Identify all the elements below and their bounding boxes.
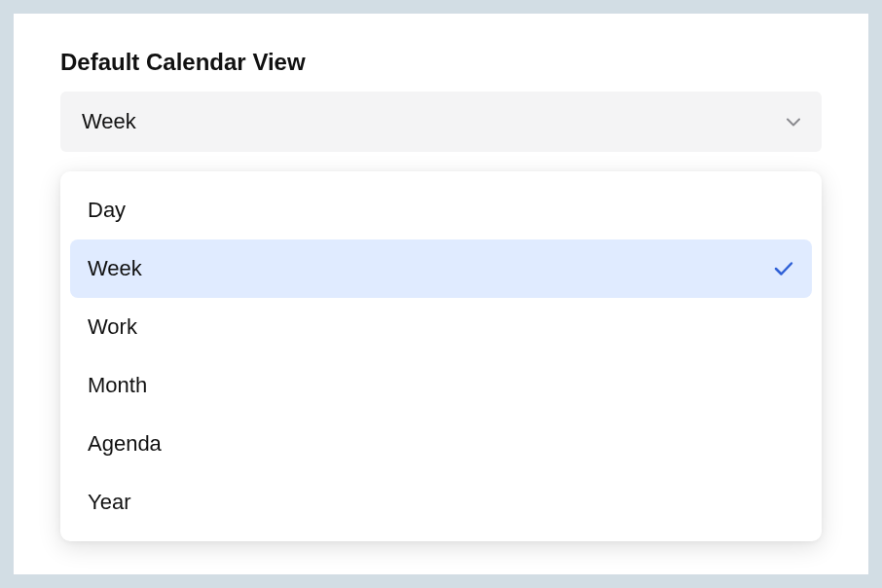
option-day[interactable]: Day — [70, 181, 812, 239]
option-label: Work — [88, 314, 137, 340]
option-label: Week — [88, 256, 142, 281]
option-week[interactable]: Week — [70, 239, 812, 298]
calendar-view-dropdown: Day Week Work Month Agenda — [60, 171, 822, 541]
chevron-down-icon — [787, 115, 800, 129]
option-label: Year — [88, 490, 130, 515]
option-agenda[interactable]: Agenda — [70, 415, 812, 473]
calendar-view-select[interactable]: Week — [60, 92, 822, 152]
select-current-value: Week — [82, 109, 136, 134]
option-label: Day — [88, 198, 126, 223]
field-label-default-calendar-view: Default Calendar View — [60, 49, 822, 76]
settings-panel: Default Calendar View Week Day Week Work — [14, 14, 868, 574]
check-icon — [773, 258, 794, 279]
option-month[interactable]: Month — [70, 356, 812, 415]
option-label: Month — [88, 373, 147, 398]
option-work[interactable]: Work — [70, 298, 812, 356]
option-label: Agenda — [88, 431, 162, 457]
option-year[interactable]: Year — [70, 473, 812, 532]
